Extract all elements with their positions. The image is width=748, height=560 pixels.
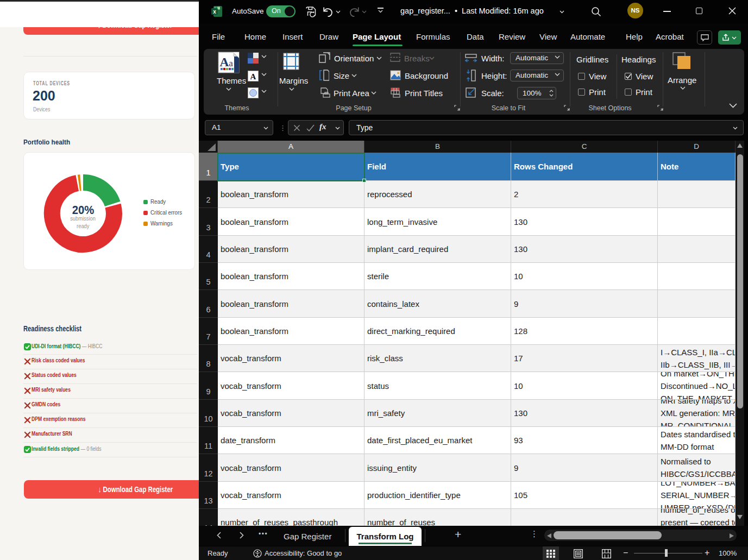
svg-text:x: x <box>213 9 216 15</box>
svg-text:A: A <box>250 72 256 81</box>
svg-text:A: A <box>219 55 229 69</box>
svg-text:a: a <box>229 58 233 68</box>
